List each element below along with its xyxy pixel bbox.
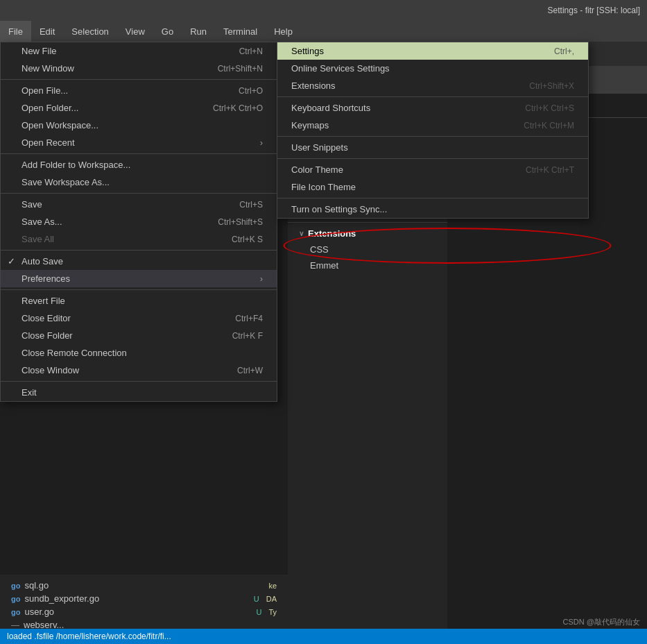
file-sundb-badge: U xyxy=(254,595,259,603)
menu-terminal[interactable]: Terminal xyxy=(215,21,266,42)
shortcut-keyboard: Ctrl+K Ctrl+S xyxy=(525,103,574,113)
menu-item-exit[interactable]: Exit xyxy=(1,384,277,401)
menu-item-close-folder[interactable]: Close Folder Ctrl+K F xyxy=(1,327,277,344)
menu-item-open-file[interactable]: Open File... Ctrl+O xyxy=(1,82,277,99)
shortcut-extensions: Ctrl+Shift+X xyxy=(529,81,574,91)
pref-item-extensions[interactable]: Extensions Ctrl+Shift+X xyxy=(277,77,588,94)
pref-item-online-services[interactable]: Online Services Settings xyxy=(277,60,588,77)
menu-item-save-as[interactable]: Save As... Ctrl+Shift+S xyxy=(1,213,277,230)
file-row-user: go user.go U Ty xyxy=(0,605,288,618)
file-user[interactable]: user.go xyxy=(24,607,54,617)
pref-item-settings[interactable]: Settings Ctrl+, xyxy=(277,42,588,60)
go-badge3: go xyxy=(11,608,20,616)
shortcut-save-all: Ctrl+K S xyxy=(232,235,263,244)
menu-help[interactable]: Help xyxy=(266,21,301,42)
pref-item-color-theme[interactable]: Color Theme Ctrl+K Ctrl+T xyxy=(277,161,588,178)
shortcut-settings: Ctrl+, xyxy=(554,46,574,56)
shortcut-keymaps: Ctrl+K Ctrl+M xyxy=(524,121,574,130)
menu-item-close-window[interactable]: Close Window Ctrl+W xyxy=(1,362,277,379)
file-sql[interactable]: sql.go xyxy=(24,580,49,591)
menu-edit[interactable]: Edit xyxy=(31,21,63,42)
menu-item-open-folder[interactable]: Open Folder... Ctrl+K Ctrl+O xyxy=(1,99,277,117)
file-user-modified: Ty xyxy=(268,608,277,616)
menu-item-preferences[interactable]: Preferences › xyxy=(1,270,277,287)
shortcut-new-file: Ctrl+N xyxy=(239,46,263,56)
status-bar: loaded .fsfile /home/lishere/work.code/f… xyxy=(0,629,647,644)
arrow-right-icon2: › xyxy=(260,273,263,284)
pref-item-sync[interactable]: Turn on Settings Sync... xyxy=(277,201,588,218)
menu-item-new-window[interactable]: New Window Ctrl+Shift+N xyxy=(1,60,277,77)
file-user-badge: U xyxy=(256,608,261,616)
menu-item-save[interactable]: Save Ctrl+S xyxy=(1,196,277,213)
arrow-right-icon: › xyxy=(260,137,263,148)
separator2 xyxy=(1,153,277,154)
file-row-sundb: go sundb_exporter.go U DA xyxy=(0,592,288,605)
go-badge: go xyxy=(11,582,20,590)
shortcut-new-window: Ctrl+Shift+N xyxy=(218,64,263,74)
separator1 xyxy=(1,79,277,80)
pref-item-keyboard[interactable]: Keyboard Shortcuts Ctrl+K Ctrl+S xyxy=(277,99,588,117)
shortcut-color-theme: Ctrl+K Ctrl+T xyxy=(526,165,574,175)
separator3 xyxy=(1,193,277,194)
menu-selection[interactable]: Selection xyxy=(63,21,117,42)
watermark-text: CSDN @敲代码的仙女 xyxy=(563,617,640,627)
menu-item-add-folder[interactable]: Add Folder to Workspace... xyxy=(1,156,277,173)
file-sundb-modified: DA xyxy=(266,595,277,603)
menu-go[interactable]: Go xyxy=(153,21,182,42)
file-row-sql: go sql.go ke xyxy=(0,579,288,592)
pref-item-keymaps[interactable]: Keymaps Ctrl+K Ctrl+M xyxy=(277,117,588,134)
menu-file[interactable]: File xyxy=(0,21,31,42)
pref-separator3 xyxy=(277,158,588,159)
pref-item-file-icon[interactable]: File Icon Theme xyxy=(277,178,588,196)
shortcut-save-as: Ctrl+Shift+S xyxy=(218,217,263,227)
file-sundb[interactable]: sundb_exporter.go xyxy=(24,593,99,604)
separator4 xyxy=(1,250,277,251)
menu-bar: File Edit Selection View Go Run Terminal… xyxy=(0,21,647,42)
shortcut-open-folder: Ctrl+K Ctrl+O xyxy=(213,103,263,113)
menu-item-close-remote[interactable]: Close Remote Connection xyxy=(1,344,277,362)
shortcut-save: Ctrl+S xyxy=(239,200,263,210)
tree-divider xyxy=(288,222,447,223)
title-bar-text: Settings - fitr [SSH: local] xyxy=(548,6,640,15)
pref-separator2 xyxy=(277,136,588,137)
menu-item-close-editor[interactable]: Close Editor Ctrl+F4 xyxy=(1,310,277,327)
pref-separator1 xyxy=(277,96,588,97)
menu-run[interactable]: Run xyxy=(182,21,215,42)
shortcut-close-editor: Ctrl+F4 xyxy=(235,314,263,323)
menu-item-auto-save[interactable]: Auto Save xyxy=(1,253,277,270)
preferences-submenu: Settings Ctrl+, Online Services Settings… xyxy=(277,42,589,219)
file-menu: New File Ctrl+N New Window Ctrl+Shift+N … xyxy=(0,42,277,402)
separator5 xyxy=(1,289,277,290)
menu-view[interactable]: View xyxy=(117,21,153,42)
shortcut-open-file: Ctrl+O xyxy=(239,86,263,96)
tree-css[interactable]: CSS xyxy=(288,242,447,257)
menu-item-revert[interactable]: Revert File xyxy=(1,292,277,310)
go-badge2: go xyxy=(11,595,20,603)
menu-item-save-all[interactable]: Save All Ctrl+K S xyxy=(1,230,277,248)
chevron-down-icon: ∨ xyxy=(299,230,304,237)
shortcut-close-folder: Ctrl+K F xyxy=(232,331,263,341)
pref-separator4 xyxy=(277,198,588,198)
menu-item-new-file[interactable]: New File Ctrl+N xyxy=(1,42,277,60)
status-text: loaded .fsfile /home/lishere/work.code/f… xyxy=(7,632,171,641)
title-bar: Settings - fitr [SSH: local] xyxy=(0,0,647,21)
separator6 xyxy=(1,381,277,382)
tree-emmet[interactable]: Emmet xyxy=(288,257,447,273)
pref-item-snippets[interactable]: User Snippets xyxy=(277,139,588,156)
tree-extensions[interactable]: ∨ Extensions xyxy=(288,226,447,242)
shortcut-close-window: Ctrl+W xyxy=(237,366,263,375)
menu-item-open-workspace[interactable]: Open Workspace... xyxy=(1,117,277,134)
menu-item-open-recent[interactable]: Open Recent › xyxy=(1,134,277,151)
file-sql-suffix: ke xyxy=(268,582,277,590)
menu-item-save-workspace-as[interactable]: Save Workspace As... xyxy=(1,173,277,191)
